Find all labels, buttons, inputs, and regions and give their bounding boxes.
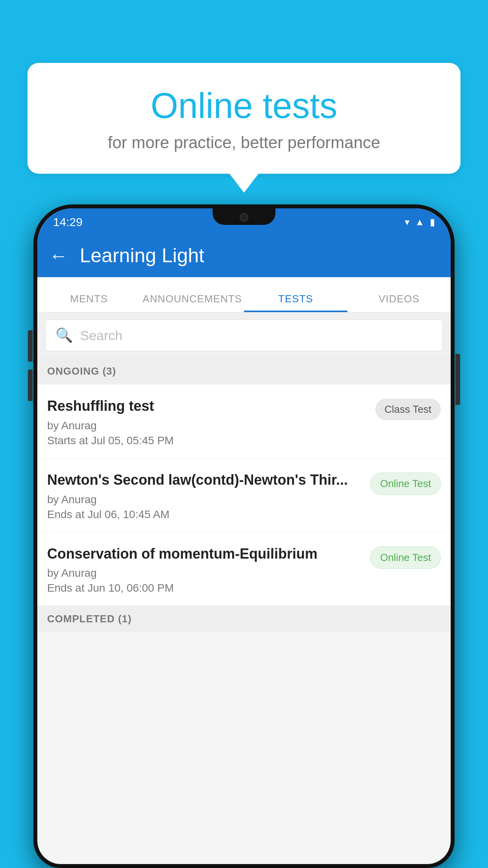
test-name: Newton's Second law(contd)-Newton's Thir… (47, 471, 364, 489)
search-container: 🔍 Search (37, 313, 451, 358)
tab-announcements[interactable]: ANNOUNCEMENTS (141, 293, 244, 312)
phone-screen: 14:29 ▾ ▲ ▮ ← Learning Light MENTS ANNOU… (37, 208, 451, 864)
tab-bar: MENTS ANNOUNCEMENTS TESTS VIDEOS (37, 277, 451, 313)
test-info: Conservation of momentum-Equilibrium by … (47, 545, 364, 595)
wifi-icon: ▾ (405, 217, 409, 228)
test-name: Conservation of momentum-Equilibrium (47, 545, 364, 563)
test-badge: Online Test (370, 473, 441, 495)
signal-icon: ▲ (415, 217, 424, 228)
app-title: Learning Light (80, 244, 204, 267)
search-icon: 🔍 (55, 327, 73, 344)
test-by: by Anurag (47, 493, 364, 506)
tab-ments[interactable]: MENTS (37, 293, 141, 312)
tab-videos[interactable]: VIDEOS (347, 293, 451, 312)
phone-notch (213, 208, 275, 225)
test-by: by Anurag (47, 419, 369, 432)
search-placeholder: Search (80, 328, 123, 343)
test-by: by Anurag (47, 567, 364, 579)
back-button[interactable]: ← (49, 245, 68, 267)
test-badge: Class Test (375, 399, 441, 420)
test-info: Reshuffling test by Anurag Starts at Jul… (47, 397, 369, 447)
bubble-subtitle: for more practice, better performance (47, 133, 441, 152)
status-time: 14:29 (53, 215, 83, 229)
power-button (455, 354, 460, 405)
completed-section-header: COMPLETED (1) (37, 606, 451, 632)
test-date: Ends at Jun 10, 06:00 PM (47, 582, 364, 594)
test-list: Reshuffling test by Anurag Starts at Jul… (37, 384, 451, 606)
phone-frame: 14:29 ▾ ▲ ▮ ← Learning Light MENTS ANNOU… (33, 204, 455, 868)
test-item[interactable]: Conservation of momentum-Equilibrium by … (37, 532, 451, 606)
app-bar: ← Learning Light (37, 234, 451, 277)
tab-tests[interactable]: TESTS (244, 293, 347, 312)
test-date: Starts at Jul 05, 05:45 PM (47, 434, 369, 447)
test-item[interactable]: Reshuffling test by Anurag Starts at Jul… (37, 384, 451, 458)
ongoing-section-header: ONGOING (3) (37, 358, 451, 384)
test-date: Ends at Jul 06, 10:45 AM (47, 508, 364, 521)
bubble-title: Online tests (47, 86, 441, 125)
volume-down-button (28, 370, 33, 401)
test-badge: Online Test (370, 546, 441, 569)
front-camera (240, 213, 248, 222)
volume-up-button (28, 330, 33, 362)
test-info: Newton's Second law(contd)-Newton's Thir… (47, 471, 364, 521)
promo-bubble: Online tests for more practice, better p… (28, 63, 460, 174)
status-icons: ▾ ▲ ▮ (405, 217, 435, 228)
search-bar[interactable]: 🔍 Search (45, 320, 443, 351)
battery-icon: ▮ (430, 217, 435, 228)
test-item[interactable]: Newton's Second law(contd)-Newton's Thir… (37, 458, 451, 532)
test-name: Reshuffling test (47, 397, 369, 416)
